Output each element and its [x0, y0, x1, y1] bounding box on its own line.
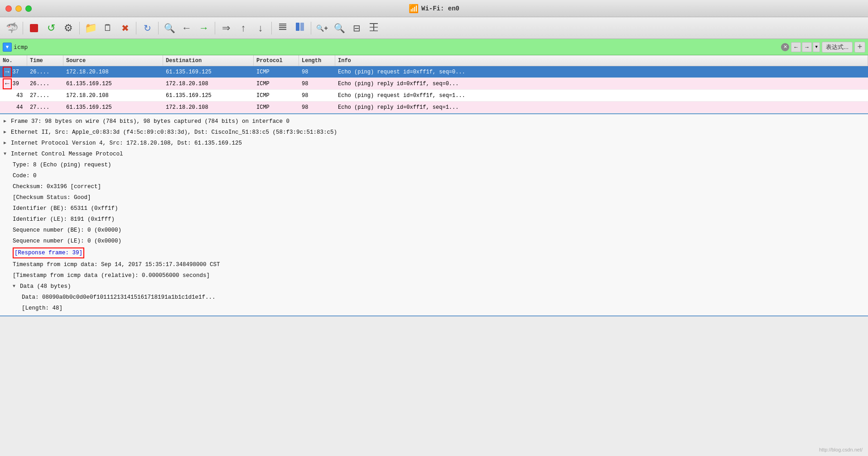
packet-no: ← 39 [0, 78, 27, 89]
packet-destination: 61.135.169.125 [163, 90, 254, 101]
detail-frame-text: Frame 37: 98 bytes on wire (784 bits), 9… [11, 117, 289, 126]
packet-source: 61.135.169.125 [63, 102, 163, 113]
expand-arrow-icon: ▼ [13, 283, 18, 290]
svg-rect-4 [296, 23, 299, 31]
detail-icmp-checksum: Checksum: 0x3196 [correct] [0, 181, 868, 192]
resize-icon [369, 22, 379, 34]
stop-icon [30, 24, 38, 32]
col-header-time: Time [27, 55, 63, 66]
resize-columns-button[interactable] [366, 20, 382, 36]
col-header-source: Source [63, 55, 163, 66]
packet-length: 98 [299, 90, 335, 101]
restart-capture-button[interactable]: ↺ [43, 20, 59, 36]
detail-field-text: Timestamp from icmp data: Sep 14, 2017 1… [13, 260, 220, 269]
save-file-button[interactable]: 🗒 [100, 20, 116, 36]
go-to-packet-button[interactable]: ⇒ [218, 20, 234, 36]
toolbar-separator-2 [79, 22, 80, 34]
maximize-button[interactable] [25, 5, 32, 12]
filter-input[interactable]: icmp [14, 42, 779, 53]
table-row[interactable]: ← 39 26.... 61.135.169.125 172.18.20.108… [0, 78, 868, 90]
forward-button[interactable]: → [196, 20, 212, 36]
prev-packet-button[interactable]: ↑ [235, 20, 251, 36]
titlebar: 📶 Wi-Fi: en0 [0, 0, 868, 17]
capture-options-button[interactable]: ⚙ [60, 20, 77, 36]
column-prefs-button[interactable] [292, 20, 308, 36]
detail-icmp-checksum-status: [Checksum Status: Good] [0, 192, 868, 203]
toolbar-separator-6 [271, 22, 272, 34]
filter-clear-button[interactable]: ✕ [781, 43, 789, 51]
packet-list-header: No. Time Source Destination Protocol Len… [0, 55, 868, 66]
left-arrow-icon: ← [5, 80, 10, 88]
detail-icmp-data-section[interactable]: ▼ Data (48 bytes) [0, 281, 868, 292]
packet-number: 39 [13, 81, 19, 87]
filter-dropdown[interactable]: ▼ [813, 42, 820, 52]
detail-icmp-row[interactable]: ▼ Internet Control Message Protocol [0, 149, 868, 160]
detail-ip-text: Internet Protocol Version 4, Src: 172.18… [11, 139, 242, 148]
table-row[interactable]: 43 27.... 172.18.20.108 61.135.169.125 I… [0, 90, 868, 102]
gear-icon: ⚙ [64, 22, 73, 34]
zoom-reset-icon: ⊟ [353, 23, 361, 34]
packet-info: Echo (ping) reply id=0xff1f, seq=0... [335, 78, 868, 89]
expression-button[interactable]: 表达式... [822, 42, 853, 53]
zoom-out-button[interactable]: 🔍 [331, 20, 347, 36]
filter-next-button[interactable]: → [802, 42, 812, 52]
packet-time: 26.... [27, 66, 63, 78]
forward-icon: → [199, 22, 209, 34]
zoom-reset-button[interactable]: ⊟ [348, 20, 365, 36]
toolbar-separator-7 [311, 22, 311, 34]
window-title: 📶 Wi-Fi: en0 [409, 4, 459, 14]
minimize-button[interactable] [15, 5, 22, 12]
right-arrow-icon: → [5, 68, 10, 76]
detail-field-text: Identifier (LE): 8191 (0x1fff) [13, 215, 115, 224]
response-frame-link[interactable]: [Response frame: 39] [13, 247, 84, 258]
open-file-button[interactable]: 📁 [82, 20, 99, 36]
filter-nav-buttons: ← → ▼ [791, 42, 820, 52]
table-row[interactable]: 44 27.... 61.135.169.125 172.18.20.108 I… [0, 102, 868, 113]
detail-field-text: Sequence number (LE): 0 (0x0000) [13, 237, 121, 246]
expand-arrow-expanded-icon: ▼ [4, 150, 9, 158]
watermark: http://blog.csdn.net/ [819, 447, 863, 452]
detail-frame-row[interactable]: ▶ Frame 37: 98 bytes on wire (784 bits),… [0, 116, 868, 127]
svg-rect-5 [300, 23, 304, 31]
find-button[interactable]: 🔍 [161, 20, 178, 36]
detail-field-text: Identifier (BE): 65311 (0xff1f) [13, 204, 118, 213]
wireshark-fin-button[interactable]: 🦈 [4, 20, 20, 36]
packet-source: 172.18.20.108 [63, 66, 163, 78]
close-capture-button[interactable]: ✖ [117, 20, 133, 36]
table-row[interactable]: → 37 26.... 172.18.20.108 61.135.169.125… [0, 66, 868, 78]
close-button[interactable] [5, 5, 12, 12]
stop-button[interactable] [26, 20, 42, 36]
restart-icon: ↺ [47, 22, 55, 34]
packet-protocol: ICMP [254, 66, 299, 78]
wifi-icon: 📶 [409, 4, 419, 14]
detail-icmp-id-le: Identifier (LE): 8191 (0x1fff) [0, 214, 868, 225]
detail-icmp-timestamp-relative: [Timestamp from icmp data (relative): 0.… [0, 270, 868, 281]
detail-icmp-code: Code: 0 [0, 170, 868, 181]
detail-icmp-seq-le: Sequence number (LE): 0 (0x0000) [0, 236, 868, 247]
detail-field-text: Checksum: 0x3196 [correct] [13, 182, 101, 191]
filter-prev-button[interactable]: ← [791, 42, 801, 52]
detail-icmp-response-frame[interactable]: [Response frame: 39] [0, 247, 868, 259]
zoom-in-button[interactable]: 🔍+ [314, 20, 330, 36]
detail-ethernet-row[interactable]: ▶ Ethernet II, Src: Apple_c0:83:3d (f4:5… [0, 127, 868, 138]
packet-destination: 61.135.169.125 [163, 66, 254, 78]
packet-info: Echo (ping) request id=0xff1f, seq=0... [335, 66, 868, 78]
packet-time: 27.... [27, 102, 63, 113]
expand-arrow-icon: ▶ [4, 118, 9, 125]
filter-bar: ▼ icmp ✕ ← → ▼ 表达式... + [0, 39, 868, 55]
detail-panel: ▶ Frame 37: 98 bytes on wire (784 bits),… [0, 114, 868, 316]
add-filter-button[interactable]: + [854, 42, 865, 53]
detail-icmp-text: Internet Control Message Protocol [11, 150, 123, 159]
detail-icmp-data-bytes: Data: 08090a0b0c0d0e0f101112131415161718… [0, 292, 868, 303]
back-button[interactable]: ← [178, 20, 195, 36]
color-rules-button[interactable] [275, 20, 291, 36]
detail-ethernet-text: Ethernet II, Src: Apple_c0:83:3d (f4:5c:… [11, 128, 337, 137]
packet-protocol: ICMP [254, 90, 299, 101]
next-packet-button[interactable]: ↓ [252, 20, 269, 36]
zoom-in-icon: 🔍+ [316, 24, 328, 32]
detail-ip-row[interactable]: ▶ Internet Protocol Version 4, Src: 172.… [0, 138, 868, 149]
col-header-info: Info [335, 55, 868, 66]
detail-icmp-type: Type: 8 (Echo (ping) request) [0, 160, 868, 170]
packet-destination: 172.18.20.108 [163, 78, 254, 89]
reload-button[interactable]: ↻ [139, 20, 155, 36]
